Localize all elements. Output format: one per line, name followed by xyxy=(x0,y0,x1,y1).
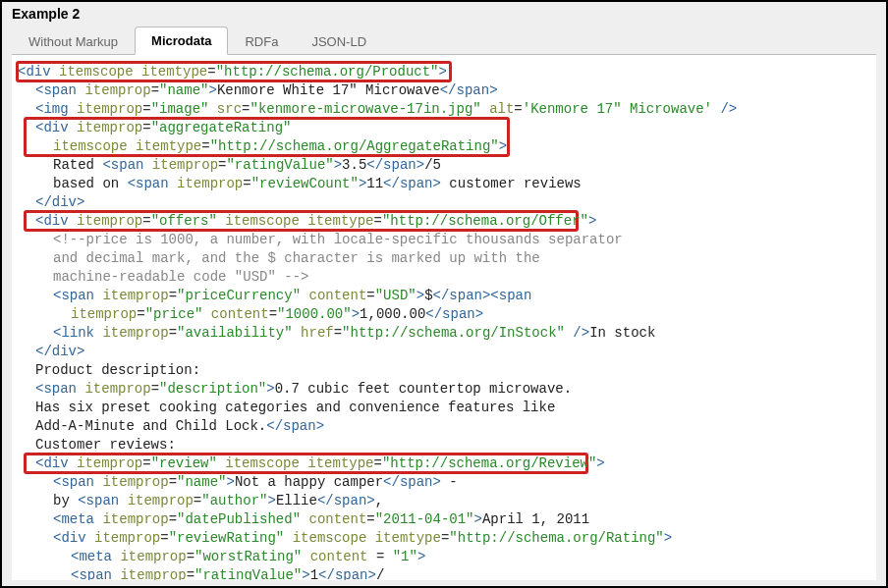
code-line: <div itemscope itemtype="http://schema.o… xyxy=(18,63,870,81)
code-line: <div itemprop="aggregateRating" xyxy=(18,119,870,137)
tab-rdfa[interactable]: RDFa xyxy=(228,27,295,55)
tab-without-markup[interactable]: Without Markup xyxy=(12,27,135,55)
tab-jsonld[interactable]: JSON-LD xyxy=(295,27,383,55)
code-line: <div itemprop="offers" itemscope itemtyp… xyxy=(18,212,870,231)
code-line: <span itemprop="priceCurrency" content="… xyxy=(18,287,870,305)
code-line: Has six preset cooking categories and co… xyxy=(18,399,870,417)
code-line: <span itemprop="ratingValue">1</span>/ xyxy=(18,566,870,580)
code-line: Product description: xyxy=(18,361,870,380)
code-line: <span itemprop="name">Kenmore White 17" … xyxy=(18,81,870,100)
code-line: itemscope itemtype="http://schema.org/Ag… xyxy=(18,137,870,156)
tab-microdata[interactable]: Microdata xyxy=(135,27,228,55)
code-line: <!--price is 1000, a number, with locale… xyxy=(18,231,870,249)
window-title: Example 2 xyxy=(2,2,886,26)
code-line: </div> xyxy=(18,193,870,212)
code-line: Customer reviews: xyxy=(18,436,870,454)
code-line: <link itemprop="availability" href="http… xyxy=(18,324,870,343)
code-line: <meta itemprop="datePublished" content="… xyxy=(18,510,870,529)
code-line: <div itemprop="review" itemscope itemtyp… xyxy=(18,454,870,473)
code-line: <meta itemprop="worstRating" content = "… xyxy=(18,548,870,566)
code-line: Rated <span itemprop="ratingValue">3.5</… xyxy=(18,156,870,175)
code-line: <img itemprop="image" src="kenmore-micro… xyxy=(18,100,870,119)
code-line: </div> xyxy=(18,343,870,361)
code-line: Add-A-Minute and Child Lock.</span> xyxy=(18,417,870,436)
tab-bar: Without Markup Microdata RDFa JSON-LD xyxy=(2,26,886,54)
code-line: based on <span itemprop="reviewCount">11… xyxy=(18,175,870,193)
code-line: <div itemprop="reviewRating" itemscope i… xyxy=(18,529,870,548)
example-window: Example 2 Without Markup Microdata RDFa … xyxy=(0,0,888,588)
code-line: by <span itemprop="author">Ellie</span>, xyxy=(18,492,870,510)
code-line: <span itemprop="description">0.7 cubic f… xyxy=(18,380,870,399)
code-line: machine-readable code "USD" --> xyxy=(18,268,870,287)
code-view: <div itemscope itemtype="http://schema.o… xyxy=(12,55,876,580)
code-line: and decimal mark, and the $ character is… xyxy=(18,249,870,268)
code-line: <span itemprop="name">Not a happy camper… xyxy=(18,473,870,492)
code-line: itemprop="price" content="1000.00">1,000… xyxy=(18,305,870,324)
